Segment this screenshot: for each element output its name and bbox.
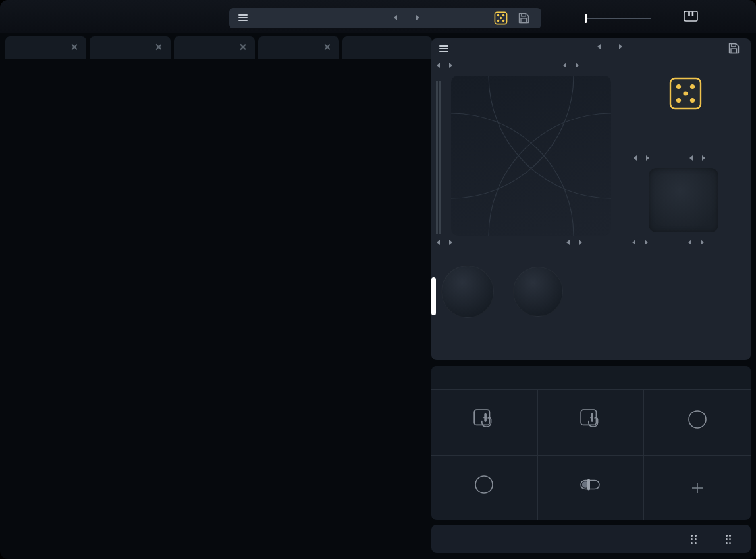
save-icon[interactable] bbox=[518, 12, 530, 24]
four-zone-pad[interactable] bbox=[649, 168, 718, 232]
randomize-dice-icon[interactable] bbox=[494, 11, 508, 25]
tap-pad-icon bbox=[578, 408, 603, 431]
sound-prev-arrow[interactable] bbox=[688, 240, 691, 245]
xy-performance-pad[interactable] bbox=[451, 76, 611, 236]
grid-item-4zone-pad-a[interactable] bbox=[431, 390, 538, 456]
plus-icon bbox=[691, 481, 704, 494]
sound-next-arrow[interactable] bbox=[579, 240, 582, 245]
sound-next-arrow[interactable] bbox=[449, 63, 452, 68]
preset-next-arrow[interactable] bbox=[416, 15, 419, 20]
krotos-logo bbox=[13, 11, 18, 23]
trigger-pad-jump[interactable] bbox=[513, 267, 563, 317]
grid-item-4zone-pad-b[interactable] bbox=[538, 390, 645, 456]
grid-item-slider[interactable] bbox=[538, 456, 645, 521]
sound-prev-arrow[interactable] bbox=[437, 63, 440, 68]
sound-prev-arrow[interactable] bbox=[634, 155, 637, 161]
tab-layer-c[interactable] bbox=[174, 36, 255, 59]
sound-prev-arrow[interactable] bbox=[689, 155, 693, 161]
grid-item-scuff[interactable] bbox=[644, 390, 751, 456]
preset-next-arrow[interactable] bbox=[619, 44, 622, 49]
sound-prev-arrow[interactable] bbox=[566, 240, 570, 245]
perform-tab-bar bbox=[431, 366, 751, 390]
trigger-pad-scuff[interactable] bbox=[441, 265, 494, 318]
layer-tab-bar bbox=[5, 36, 427, 59]
tab-master[interactable] bbox=[342, 36, 432, 59]
plugin-window bbox=[0, 0, 756, 559]
save-icon[interactable] bbox=[728, 42, 740, 55]
sound-selector-canvas[interactable] bbox=[634, 155, 649, 161]
sound-next-arrow[interactable] bbox=[646, 155, 649, 161]
drag-handle-icon[interactable] bbox=[726, 535, 732, 544]
close-icon[interactable] bbox=[323, 43, 331, 51]
close-icon[interactable] bbox=[70, 43, 78, 51]
sound-next-arrow[interactable] bbox=[576, 63, 579, 68]
sound-selector-dirt[interactable] bbox=[437, 240, 452, 245]
sound-prev-arrow[interactable] bbox=[563, 63, 566, 68]
tab-layer-b[interactable] bbox=[90, 36, 171, 59]
slider-icon bbox=[579, 477, 603, 492]
preset-menu-icon[interactable] bbox=[439, 45, 448, 52]
randomize-dice-button[interactable] bbox=[669, 77, 702, 110]
stems-button[interactable] bbox=[726, 535, 738, 544]
grid-item-jump[interactable] bbox=[431, 456, 538, 521]
perform-mode-button[interactable] bbox=[684, 11, 705, 22]
sound-next-arrow[interactable] bbox=[701, 240, 704, 245]
preset-menu-icon[interactable] bbox=[238, 14, 248, 21]
export-bar bbox=[431, 525, 751, 553]
keyboard-icon bbox=[684, 11, 698, 22]
preset-prev-arrow[interactable] bbox=[597, 44, 601, 49]
preset-prev-arrow[interactable] bbox=[394, 15, 397, 20]
tap-pad-icon bbox=[472, 408, 497, 431]
sound-next-arrow[interactable] bbox=[645, 240, 648, 245]
top-bar bbox=[0, 0, 756, 33]
tab-layer-d[interactable] bbox=[258, 36, 339, 59]
size-slider-handle[interactable] bbox=[431, 277, 436, 315]
size-slider[interactable] bbox=[587, 279, 728, 314]
volume-thumb[interactable] bbox=[585, 14, 587, 23]
sound-next-arrow[interactable] bbox=[449, 240, 452, 245]
sound-prev-arrow[interactable] bbox=[632, 240, 635, 245]
preset-selector[interactable] bbox=[229, 8, 541, 28]
sound-prev-arrow[interactable] bbox=[437, 240, 440, 245]
circle-pad-icon bbox=[686, 408, 709, 431]
tab-layer-a[interactable] bbox=[5, 36, 86, 59]
drag-handle-icon[interactable] bbox=[691, 535, 697, 544]
sound-selector-puddle[interactable] bbox=[563, 63, 579, 68]
close-icon[interactable] bbox=[239, 43, 246, 51]
grid-item-add[interactable] bbox=[644, 456, 751, 521]
sound-selector-leather[interactable] bbox=[632, 240, 648, 245]
circle-pad-icon bbox=[473, 473, 495, 496]
bounce-button[interactable] bbox=[691, 535, 703, 544]
sound-selector-acrylic[interactable] bbox=[688, 240, 704, 245]
perform-grid bbox=[431, 390, 751, 520]
sound-selector-forest[interactable] bbox=[437, 63, 452, 68]
perform-section bbox=[431, 366, 751, 520]
sound-next-arrow[interactable] bbox=[702, 155, 705, 161]
volume-slider[interactable] bbox=[585, 18, 651, 19]
output-level-meter bbox=[436, 81, 441, 234]
performance-panel bbox=[431, 38, 751, 360]
xy-pad-arcs bbox=[451, 76, 611, 236]
sound-selector-armour[interactable] bbox=[689, 155, 705, 161]
close-icon[interactable] bbox=[155, 43, 162, 51]
sound-selector-wood[interactable] bbox=[566, 240, 582, 245]
